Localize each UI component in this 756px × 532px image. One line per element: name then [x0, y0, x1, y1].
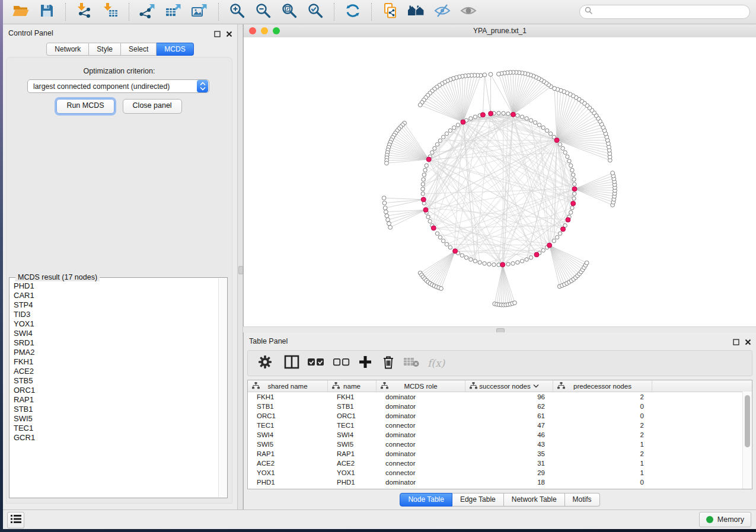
mcds-result-item[interactable]: STB5 [14, 376, 218, 386]
table-scrollbar-thumb[interactable] [745, 395, 750, 447]
zoom-out-button[interactable] [251, 2, 275, 22]
satellite-node[interactable] [489, 72, 493, 76]
first-neighbors-button[interactable] [404, 2, 428, 22]
mcds-hub-node[interactable] [561, 227, 566, 232]
network-node[interactable] [541, 248, 545, 252]
network-node[interactable] [422, 178, 425, 181]
create-column-button[interactable] [358, 355, 372, 371]
close-window-icon[interactable] [249, 27, 256, 34]
network-node[interactable] [569, 210, 573, 214]
network-canvas[interactable] [244, 37, 756, 326]
network-node[interactable] [506, 112, 510, 116]
mcds-hub-node[interactable] [571, 201, 576, 206]
network-node[interactable] [516, 261, 519, 264]
satellite-node[interactable] [439, 287, 444, 291]
table-row[interactable]: PHD1PHD1dominator180 [248, 477, 752, 487]
splitter-grip[interactable] [238, 266, 243, 274]
satellite-node[interactable] [497, 72, 501, 76]
table-row[interactable]: SWI4SWI4dominator462 [248, 430, 752, 440]
select-all-columns-button[interactable] [307, 357, 325, 369]
table-scrollbar[interactable] [742, 392, 752, 489]
network-node[interactable] [537, 123, 541, 127]
export-image-button[interactable] [188, 2, 212, 22]
network-node[interactable] [435, 143, 439, 146]
deselect-all-columns-button[interactable] [333, 357, 350, 369]
satellite-node[interactable] [382, 196, 386, 200]
memory-button[interactable]: Memory [699, 512, 751, 527]
network-node[interactable] [511, 262, 515, 265]
column-header[interactable]: successor nodes [465, 380, 553, 392]
network-node[interactable] [441, 135, 445, 139]
network-node[interactable] [460, 254, 464, 257]
mcds-hub-node[interactable] [511, 112, 515, 117]
mcds-hub-node[interactable] [572, 187, 577, 191]
network-node[interactable] [506, 262, 510, 266]
network-node[interactable] [430, 150, 434, 154]
vertical-splitter[interactable] [237, 24, 243, 509]
delete-column-button[interactable] [381, 354, 395, 372]
tab-network-table[interactable]: Network Table [504, 493, 565, 507]
mcds-list-scrollbar[interactable] [218, 278, 227, 497]
mcds-hub-node[interactable] [426, 157, 431, 162]
mcds-result-item[interactable]: PHD1 [14, 281, 218, 291]
mcds-hub-node[interactable] [423, 207, 428, 212]
export-network-button[interactable] [136, 2, 160, 22]
satellite-node[interactable] [585, 261, 589, 265]
table-row[interactable]: ORC1ORC1dominator610 [248, 411, 752, 421]
column-header[interactable]: name [328, 380, 377, 392]
network-node[interactable] [573, 182, 576, 186]
network-node[interactable] [497, 111, 500, 115]
zoom-selected-button[interactable] [304, 2, 327, 22]
table-row[interactable]: STB1STB1dominator620 [248, 402, 752, 411]
network-from-selection-button[interactable] [378, 2, 402, 22]
network-node[interactable] [516, 114, 519, 117]
network-node[interactable] [441, 239, 445, 242]
network-node[interactable] [487, 262, 491, 266]
network-node[interactable] [570, 168, 574, 172]
tab-select[interactable]: Select [121, 43, 157, 56]
network-node[interactable] [558, 232, 562, 235]
float-panel-button[interactable] [733, 337, 739, 348]
network-node[interactable] [572, 173, 575, 177]
mcds-result-item[interactable]: CAR1 [14, 291, 218, 300]
show-status-dialog-button[interactable] [7, 512, 24, 528]
table-row[interactable]: ACE2ACE2connector311 [248, 459, 752, 468]
mcds-result-item[interactable]: SWI4 [14, 329, 218, 338]
network-node[interactable] [563, 150, 567, 154]
import-network-button[interactable] [72, 2, 96, 22]
satellite-node[interactable] [386, 217, 390, 222]
network-node[interactable] [502, 111, 505, 115]
mcds-result-item[interactable]: SWI5 [14, 414, 218, 424]
mcds-hub-node[interactable] [534, 252, 539, 257]
mcds-hub-node[interactable] [461, 120, 465, 124]
show-all-button[interactable] [457, 2, 480, 22]
tab-node-table[interactable]: Node Table [400, 493, 452, 507]
mcds-hub-node[interactable] [566, 217, 570, 222]
network-node[interactable] [422, 173, 426, 177]
close-panel-button[interactable] [745, 337, 751, 348]
mcds-hub-node[interactable] [547, 243, 552, 248]
network-node[interactable] [533, 121, 537, 124]
tab-edge-table[interactable]: Edge Table [452, 493, 504, 507]
network-node[interactable] [452, 126, 456, 129]
satellite-node[interactable] [611, 171, 615, 175]
network-node[interactable] [435, 232, 439, 235]
mcds-result-item[interactable]: FKH1 [14, 357, 218, 367]
mcds-hub-node[interactable] [500, 262, 505, 267]
column-header[interactable]: predecessor nodes [553, 380, 652, 392]
criterion-select[interactable]: largest connected component (undirected) [27, 79, 209, 93]
network-node[interactable] [469, 117, 473, 120]
satellite-node[interactable] [513, 301, 517, 305]
tab-motifs[interactable]: Motifs [565, 493, 600, 507]
save-session-button[interactable] [35, 2, 59, 22]
network-node[interactable] [492, 263, 496, 267]
mcds-result-item[interactable]: STB1 [14, 405, 218, 414]
mcds-result-item[interactable]: PMA2 [14, 348, 218, 357]
network-node[interactable] [423, 168, 427, 172]
mcds-result-item[interactable]: GCR1 [14, 433, 218, 443]
mcds-hub-node[interactable] [421, 197, 426, 202]
table-row[interactable]: YOX1YOX1connector291 [248, 468, 752, 477]
refresh-button[interactable] [341, 2, 365, 22]
mcds-result-item[interactable]: TID3 [14, 310, 218, 319]
satellite-node[interactable] [385, 214, 389, 218]
